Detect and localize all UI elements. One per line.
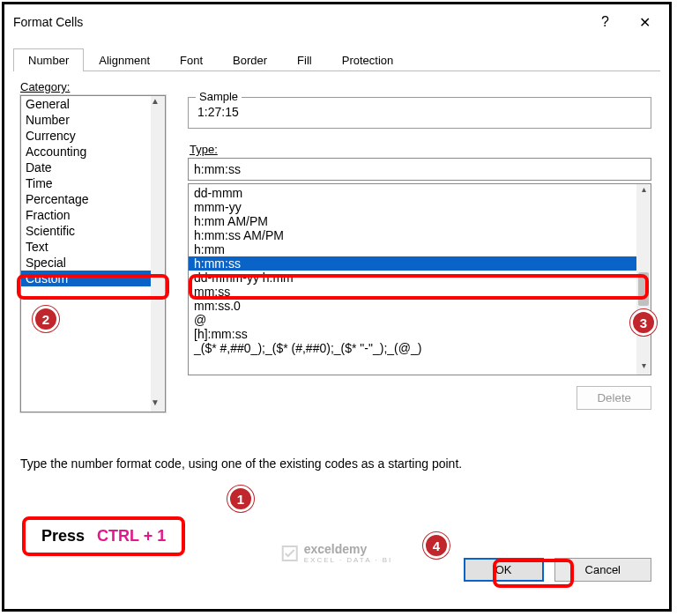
category-item-custom[interactable]: Custom <box>21 271 165 286</box>
category-item-time[interactable]: Time <box>21 175 165 191</box>
annotation-badge-4: 4 <box>423 532 450 559</box>
watermark-sub: EXCEL · DATA · BI <box>304 556 393 564</box>
type-item[interactable]: @ <box>189 313 651 327</box>
dialog-title: Format Cells <box>13 15 585 29</box>
svg-rect-0 <box>283 546 297 560</box>
type-item[interactable]: _($* #,##0_);_($* (#,##0);_($* "-"_);_(@… <box>189 341 651 355</box>
type-list[interactable]: dd-mmm mmm-yy h:mm AM/PM h:mm:ss AM/PM h… <box>188 183 651 375</box>
scroll-thumb[interactable] <box>638 272 649 306</box>
scroll-up-icon[interactable]: ▲ <box>151 96 160 110</box>
type-input[interactable] <box>188 158 651 181</box>
close-button[interactable]: ✕ <box>625 4 665 40</box>
tab-font[interactable]: Font <box>165 48 218 71</box>
category-item-number[interactable]: Number <box>21 112 165 128</box>
category-list[interactable]: General Number Currency Accounting Date … <box>20 95 166 412</box>
tab-fill[interactable]: Fill <box>282 48 327 71</box>
ok-button[interactable]: OK <box>464 558 544 582</box>
type-item[interactable]: h:mm:ss AM/PM <box>189 228 651 242</box>
titlebar: Format Cells ? ✕ <box>4 4 669 40</box>
type-item[interactable]: h:mm AM/PM <box>189 214 651 228</box>
tab-border[interactable]: Border <box>218 48 282 71</box>
format-cells-dialog: Format Cells ? ✕ Number Alignment Font B… <box>2 2 672 612</box>
delete-button[interactable]: Delete <box>577 386 651 410</box>
scroll-down-icon[interactable]: ▾ <box>636 360 651 375</box>
number-panel: Category: General Number Currency Accoun… <box>13 71 660 590</box>
category-item-fraction[interactable]: Fraction <box>21 207 165 223</box>
type-item-selected[interactable]: h:mm:ss <box>189 256 651 271</box>
scroll-down-icon[interactable]: ▼ <box>151 397 160 412</box>
category-scrollbar[interactable]: ▲ ▼ <box>151 96 165 412</box>
tab-protection[interactable]: Protection <box>327 48 409 71</box>
category-item-currency[interactable]: Currency <box>21 128 165 144</box>
tabs: Number Alignment Font Border Fill Protec… <box>4 48 669 71</box>
category-label: Category: <box>20 80 70 93</box>
sample-box: Sample 1:27:15 <box>188 97 651 129</box>
watermark-icon <box>281 545 299 562</box>
sample-value: 1:27:15 <box>197 105 642 119</box>
right-column: Sample 1:27:15 Type: dd-mmm mmm-yy h:mm … <box>188 95 651 412</box>
category-item-special[interactable]: Special <box>21 255 165 271</box>
type-item[interactable]: [h]:mm:ss <box>189 327 651 341</box>
cancel-button[interactable]: Cancel <box>554 558 651 582</box>
type-item[interactable]: dd-mmm-yy h:mm <box>189 271 651 285</box>
hint-text: Type the number format code, using one o… <box>13 456 660 471</box>
category-item-text[interactable]: Text <box>21 239 165 255</box>
watermark: exceldemy EXCEL · DATA · BI <box>281 542 393 564</box>
press-shortcut-box: Press CTRL + 1 <box>22 516 185 556</box>
shortcut-keys: CTRL + 1 <box>97 527 166 545</box>
category-item-percentage[interactable]: Percentage <box>21 191 165 207</box>
category-item-scientific[interactable]: Scientific <box>21 223 165 239</box>
press-label: Press <box>41 527 85 545</box>
watermark-name: exceldemy <box>304 542 368 556</box>
tab-alignment[interactable]: Alignment <box>84 48 165 71</box>
category-item-accounting[interactable]: Accounting <box>21 144 165 160</box>
sample-label: Sample <box>196 90 242 103</box>
category-item-general[interactable]: General <box>21 96 165 112</box>
type-scrollbar[interactable]: ▴ ▾ <box>636 184 651 375</box>
type-item[interactable]: mm:ss.0 <box>189 299 651 313</box>
type-item[interactable]: mmm-yy <box>189 200 651 214</box>
type-item[interactable]: h:mm <box>189 242 651 256</box>
category-item-date[interactable]: Date <box>21 160 165 175</box>
type-label: Type: <box>190 143 651 156</box>
type-item[interactable]: dd-mmm <box>189 186 651 200</box>
annotation-badge-1: 1 <box>227 486 254 512</box>
help-button[interactable]: ? <box>585 4 625 40</box>
type-item[interactable]: mm:ss <box>189 285 651 299</box>
dialog-buttons: OK Cancel <box>464 558 651 582</box>
tab-number[interactable]: Number <box>13 48 84 71</box>
scroll-up-icon[interactable]: ▴ <box>636 184 651 198</box>
